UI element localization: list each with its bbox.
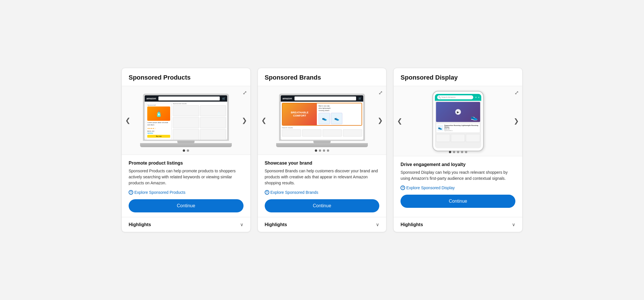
explore-link-text-sp: Explore Sponsored Products	[134, 190, 185, 195]
body-title-sb: Showcase your brand	[265, 161, 380, 166]
laptop-mock-sp: amazon 🛒 Sponsored Lorem ipsum dolor sit…	[143, 94, 229, 147]
cards-container: Sponsored Products ⤢ ❮ ❯ amazon 🛒	[121, 68, 523, 232]
explore-link-sb[interactable]: ? Explore Sponsored Brands	[265, 190, 380, 195]
explore-icon-sb: ?	[265, 190, 269, 195]
next-arrow-sb[interactable]: ❯	[375, 115, 385, 127]
dot-sb-2[interactable]	[319, 149, 321, 152]
expand-icon-sb[interactable]: ⤢	[378, 90, 383, 96]
explore-icon-sd: ?	[400, 185, 405, 190]
body-desc-sp: Sponsored Products can help promote prod…	[129, 168, 244, 186]
card-title-sb: Sponsored Brands	[265, 74, 380, 81]
explore-icon-sp: ?	[129, 190, 133, 195]
dot-sd-3[interactable]	[457, 151, 459, 153]
body-title-sd: Drive engagement and loyalty	[400, 162, 515, 167]
continue-btn-sb[interactable]: Continue	[265, 199, 380, 212]
prev-arrow-sd[interactable]: ❮	[395, 115, 405, 127]
body-desc-sd: Sponsored Display can help you reach rel…	[400, 169, 515, 181]
highlights-sb[interactable]: Highlights ∨	[258, 217, 386, 232]
continue-btn-sd[interactable]: Continue	[400, 195, 515, 208]
card-title-sp: Sponsored Products	[129, 74, 244, 81]
highlights-label-sb: Highlights	[265, 222, 287, 227]
play-icon-sd: ▶	[455, 109, 461, 115]
highlights-label-sd: Highlights	[400, 222, 423, 227]
card-header-sd: Sponsored Display	[394, 68, 522, 86]
card-image-sp: ⤢ ❮ ❯ amazon 🛒 Sponsored	[122, 86, 250, 155]
dot-sb-4[interactable]	[327, 149, 329, 152]
dot-sp-2[interactable]	[187, 149, 189, 152]
expand-icon-sd[interactable]: ⤢	[515, 90, 519, 96]
sponsored-products-card: Sponsored Products ⤢ ❮ ❯ amazon 🛒	[121, 68, 251, 232]
prev-arrow-sp[interactable]: ❮	[123, 115, 133, 127]
card-image-sb: ⤢ ❮ ❯ amazon 🛒 BREATHABLECOMFORT	[258, 86, 386, 155]
carousel-dots-sd	[449, 151, 467, 153]
carousel-dots-sb	[315, 149, 329, 152]
sponsored-brands-card: Sponsored Brands ⤢ ❮ ❯ amazon 🛒	[258, 68, 387, 232]
dot-sp-1[interactable]	[183, 149, 185, 152]
card-body-sd: Drive engagement and loyalty Sponsored D…	[394, 156, 522, 217]
laptop-mock-sb: amazon 🛒 BREATHABLECOMFORT Men's non-sli…	[279, 94, 365, 147]
card-image-sd: ⤢ ❮ ❯ 🔍 Search Amazon ✕ ≡	[394, 86, 522, 156]
card-body-sb: Showcase your brand Sponsored Brands can…	[258, 155, 386, 217]
card-body-sp: Promote product listings Sponsored Produ…	[122, 155, 250, 217]
next-arrow-sd[interactable]: ❯	[511, 115, 521, 127]
body-desc-sb: Sponsored Brands can help customers disc…	[265, 168, 380, 186]
dot-sd-1[interactable]	[449, 151, 451, 153]
dot-sb-1[interactable]	[315, 149, 317, 152]
carousel-dots-sp	[183, 149, 189, 152]
sponsored-display-card: Sponsored Display ⤢ ❮ ❯ 🔍 Search Amazon …	[393, 68, 523, 232]
shoe-icon-sd: 👟	[437, 125, 443, 131]
dot-sd-5[interactable]	[465, 151, 467, 153]
dot-sd-2[interactable]	[453, 151, 455, 153]
highlights-label-sp: Highlights	[129, 222, 151, 227]
highlights-sp[interactable]: Highlights ∨	[122, 217, 250, 232]
chevron-down-icon-sp: ∨	[240, 222, 244, 227]
body-title-sp: Promote product listings	[129, 161, 244, 166]
dot-sb-3[interactable]	[323, 149, 325, 152]
highlights-sd[interactable]: Highlights ∨	[394, 217, 522, 232]
explore-link-sp[interactable]: ? Explore Sponsored Products	[129, 190, 244, 195]
explore-link-text-sb: Explore Sponsored Brands	[270, 190, 318, 195]
explore-link-text-sd: Explore Sponsored Display	[406, 185, 455, 190]
prev-arrow-sb[interactable]: ❮	[259, 115, 269, 127]
chevron-down-icon-sb: ∨	[376, 222, 379, 227]
chevron-down-icon-sd: ∨	[512, 222, 515, 227]
continue-btn-sp[interactable]: Continue	[129, 199, 244, 212]
card-header-sp: Sponsored Products	[122, 68, 250, 86]
dot-sd-4[interactable]	[461, 151, 463, 153]
expand-icon-sp[interactable]: ⤢	[243, 90, 247, 96]
phone-mock-sd: 🔍 Search Amazon ✕ ≡ ▶ 👟 👟	[432, 91, 484, 151]
card-header-sb: Sponsored Brands	[258, 68, 386, 86]
explore-link-sd[interactable]: ? Explore Sponsored Display	[400, 185, 515, 190]
card-title-sd: Sponsored Display	[400, 74, 515, 81]
next-arrow-sp[interactable]: ❯	[239, 115, 249, 127]
